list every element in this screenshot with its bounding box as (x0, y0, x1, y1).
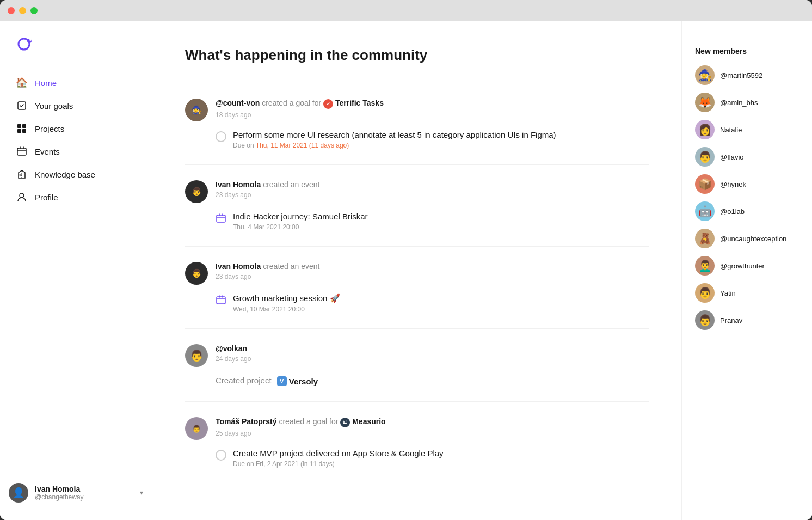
member-growthunter[interactable]: 👨‍🦱 @growthunter (695, 256, 799, 276)
feed-project-5: Measurio (352, 417, 385, 426)
avatar-count-von: 🧙 (185, 99, 208, 121)
profile-icon (16, 192, 27, 203)
goal-circle-5[interactable] (216, 450, 226, 461)
feed-user-2: Ivan Homola (216, 180, 261, 189)
feed-content-5: Create MVP project delivered on App Stor… (185, 449, 649, 468)
sidebar-item-home-label: Home (35, 78, 57, 88)
member-avatar-uncaught: 🧸 (695, 229, 715, 248)
event-date-2: Wed, 10 Mar 2021 20:00 (233, 305, 340, 313)
feed-time-3: 23 days ago (216, 273, 649, 280)
maximize-button[interactable] (30, 7, 38, 14)
feed-action-3: Ivan Homola created an event (216, 262, 649, 271)
member-avatar-flavio: 👨 (695, 147, 715, 167)
avatar-ivan-1: 👨 (185, 180, 208, 203)
feed-action-2: Ivan Homola created an event (216, 180, 649, 189)
projects-icon (16, 123, 27, 134)
event-date-1: Thu, 4 Mar 2021 20:00 (233, 223, 368, 231)
event-details-1: Indie Hacker journey: Samuel Briskar Thu… (233, 212, 368, 231)
member-flavio[interactable]: 👨 @flavio (695, 147, 799, 167)
feed-user-3: Ivan Homola (216, 262, 261, 271)
sidebar-item-profile-label: Profile (35, 193, 58, 202)
feed-time-2: 23 days ago (216, 191, 649, 199)
sidebar-item-profile[interactable]: Profile (9, 186, 143, 208)
feed-item-2: 👨 Ivan Homola created an event 23 days a… (185, 165, 649, 247)
right-sidebar: New members 🧙 @martin5592 🦊 @amin_bhs 👩 … (681, 21, 812, 520)
main-content: What's happening in the community 🧙 @cou… (152, 21, 681, 520)
svg-rect-7 (22, 129, 26, 133)
calendar-icon-1 (216, 213, 226, 224)
feed-user-4: @volkan (216, 344, 247, 353)
feed-project-1: Terrific Tasks (335, 99, 384, 107)
sidebar: 🏠 Home Your goals Projects (0, 21, 152, 520)
new-members-title: New members (695, 47, 799, 56)
user-avatar: 👤 (9, 483, 28, 503)
goal-text-1: Perform some more UI research (annotate … (233, 130, 556, 139)
user-menu-chevron[interactable]: ▾ (140, 489, 143, 497)
member-martin5592[interactable]: 🧙 @martin5592 (695, 65, 799, 85)
logo-icon (15, 34, 36, 54)
member-name-amin: @amin_bhs (720, 99, 758, 107)
versoly-badge: V (277, 376, 287, 386)
avatar-tomas: 👨 (185, 417, 208, 440)
feed-action-text-2: created an event (263, 180, 319, 189)
goals-icon (16, 100, 27, 111)
member-name-martin: @martin5592 (720, 71, 762, 79)
member-pranav[interactable]: 👨 Pranav (695, 310, 799, 330)
member-avatar-growthunter: 👨‍🦱 (695, 256, 715, 276)
sidebar-item-projects[interactable]: Projects (9, 118, 143, 139)
svg-rect-8 (17, 148, 26, 155)
feed-content-1: Perform some more UI research (annotate … (185, 130, 649, 149)
minimize-button[interactable] (19, 7, 26, 14)
member-uncaught[interactable]: 🧸 @uncaughtexception (695, 229, 799, 248)
avatar-volkan: 👨 (185, 344, 208, 367)
sidebar-item-home[interactable]: 🏠 Home (9, 72, 143, 94)
feed-item-5: 👨 Tomáš Patoprstý created a goal for ☯ M… (185, 402, 649, 483)
goal-due-date-5: Fri, 2 Apr 2021 (in 11 days) (256, 460, 335, 468)
member-name-yatin: Yatin (720, 289, 736, 297)
sidebar-item-knowledge-label: Knowledge base (35, 170, 95, 179)
svg-rect-4 (17, 124, 21, 128)
measurio-badge: ☯ (340, 418, 350, 427)
feed-meta-3: Ivan Homola created an event 23 days ago (216, 262, 649, 280)
svg-rect-11 (217, 297, 225, 304)
events-icon (16, 146, 27, 157)
sidebar-item-goals-label: Your goals (35, 101, 73, 111)
sidebar-item-events-label: Events (35, 147, 60, 156)
close-button[interactable] (8, 7, 15, 14)
member-yatin[interactable]: 👨 Yatin (695, 283, 799, 303)
page-title: What's happening in the community (185, 47, 649, 64)
app-window: 🏠 Home Your goals Projects (0, 0, 812, 520)
member-natalie[interactable]: 👩 Natalie (695, 120, 799, 139)
goal-details-1: Perform some more UI research (annotate … (233, 130, 556, 149)
feed-action-1: @count-von created a goal for ✓ Terrific… (216, 99, 649, 109)
feed-action-text-1: created a goal for (262, 99, 323, 107)
feed-meta-2: Ivan Homola created an event 23 days ago (216, 180, 649, 199)
member-avatar-hynek: 📦 (695, 174, 715, 194)
member-hynek[interactable]: 📦 @hynek (695, 174, 799, 194)
svg-rect-10 (217, 215, 225, 222)
event-item-2: Growth marketing session 🚀 Wed, 10 Mar 2… (216, 293, 649, 313)
event-item-1: Indie Hacker journey: Samuel Briskar Thu… (216, 212, 649, 231)
calendar-icon-2 (216, 295, 226, 305)
feed-meta-1: @count-von created a goal for ✓ Terrific… (216, 99, 649, 119)
feed-content-3: Growth marketing session 🚀 Wed, 10 Mar 2… (185, 293, 649, 313)
sidebar-item-knowledge-base[interactable]: Knowledge base (9, 163, 143, 185)
member-amin-bhs[interactable]: 🦊 @amin_bhs (695, 93, 799, 112)
goal-text-5: Create MVP project delivered on App Stor… (233, 449, 444, 458)
feed-meta-5: Tomáš Patoprstý created a goal for ☯ Mea… (216, 417, 649, 437)
svg-rect-6 (17, 129, 21, 133)
member-o1lab[interactable]: 🤖 @o1lab (695, 201, 799, 221)
feed-item-1: 🧙 @count-von created a goal for ✓ Terrif… (185, 83, 649, 165)
sidebar-item-your-goals[interactable]: Your goals (9, 95, 143, 117)
home-icon: 🏠 (16, 77, 27, 88)
feed-item-3: 👨 Ivan Homola created an event 23 days a… (185, 247, 649, 329)
member-avatar-amin: 🦊 (695, 93, 715, 112)
user-footer[interactable]: 👤 Ivan Homola @changetheway ▾ (0, 474, 152, 507)
sidebar-item-events[interactable]: Events (9, 140, 143, 162)
sidebar-item-projects-label: Projects (35, 124, 64, 133)
user-info: Ivan Homola @changetheway (35, 485, 133, 501)
created-project-line: Created project V Versoly (216, 376, 649, 386)
logo (0, 34, 152, 72)
goal-circle-1[interactable] (216, 131, 226, 142)
feed-header-2: 👨 Ivan Homola created an event 23 days a… (185, 180, 649, 203)
